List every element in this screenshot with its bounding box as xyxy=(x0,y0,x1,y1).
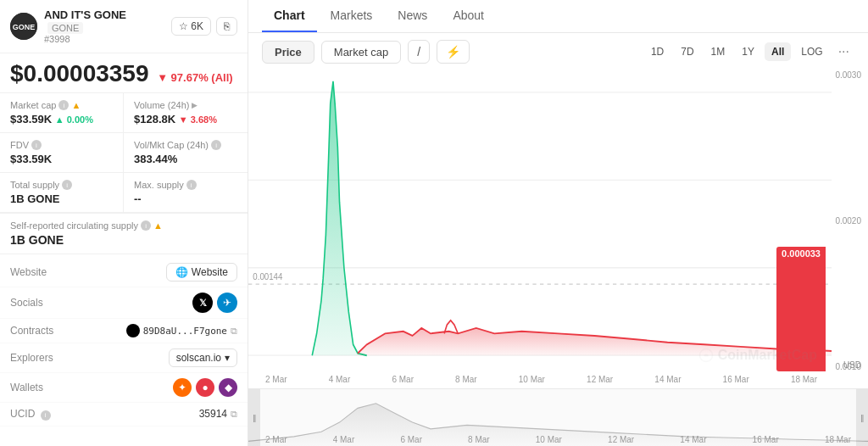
total-supply-value: 1B GONE xyxy=(10,192,113,205)
svg-marker-8 xyxy=(312,81,367,355)
copy-contract-icon[interactable]: ⧉ xyxy=(231,326,237,337)
market-cap-cell: Market cap i ▲ $33.59K ▲ 0.00% xyxy=(0,93,124,133)
ucid-info-icon[interactable]: i xyxy=(41,410,51,421)
price-button[interactable]: Price xyxy=(262,41,314,64)
max-supply-info-icon[interactable]: i xyxy=(186,180,197,190)
socials-row: Socials 𝕏 ✈ xyxy=(0,287,248,319)
chart-area: 0.0030 0.0020 0.0010 xyxy=(248,70,868,388)
mini-x-labels: 2 Mar 4 Mar 6 Mar 8 Mar 10 Mar 12 Mar 14… xyxy=(265,435,851,444)
copy-ucid-icon[interactable]: ⧉ xyxy=(231,409,237,420)
star-count: 6K xyxy=(191,20,203,32)
price-value: $0.00003359 xyxy=(10,60,149,86)
candle-chart-icon-btn[interactable]: ⚡ xyxy=(437,40,470,64)
time-btn-all[interactable]: All xyxy=(765,42,791,61)
volume-label: Volume (24h) ▶ xyxy=(134,100,237,110)
circulating-warning-icon: ▲ xyxy=(153,220,163,231)
star-button[interactable]: ☆ 6K xyxy=(171,17,211,36)
svg-text:0.00144: 0.00144 xyxy=(253,270,282,282)
website-row: Website 🌐 Website xyxy=(0,258,248,287)
coin-actions: ☆ 6K ⎘ xyxy=(171,17,237,36)
contracts-row: Contracts 89D8aU...F7gone ⧉ xyxy=(0,319,248,343)
contract-dot-icon xyxy=(126,324,140,337)
vol-mkt-label: Vol/Mkt Cap (24h) i xyxy=(134,140,237,150)
volume-value: $128.8K ▼ 3.68% xyxy=(134,113,237,125)
y-label-top: 0.0030 xyxy=(835,70,861,80)
socials-label: Socials xyxy=(10,297,43,309)
fdv-cell: FDV i $33.59K xyxy=(0,133,124,173)
mini-x-7: 14 Mar xyxy=(680,435,706,444)
circulating-info-icon[interactable]: i xyxy=(141,220,151,231)
x-label-8: 16 Mar xyxy=(723,375,749,384)
chevron-down-icon: ▾ xyxy=(225,352,230,364)
contract-value: 89D8aU...F7gone ⧉ xyxy=(126,324,237,337)
svg-text:GONE: GONE xyxy=(13,23,36,31)
total-supply-info-icon[interactable]: i xyxy=(62,180,72,190)
coin-badge: GONE xyxy=(47,22,83,34)
log-button[interactable]: LOG xyxy=(794,42,829,61)
volume-arrow-icon: ▶ xyxy=(192,101,198,109)
y-axis-labels: 0.0030 0.0020 0.0010 xyxy=(835,70,861,371)
wallet-icon-3[interactable]: ◆ xyxy=(219,378,237,397)
market-cap-change: ▲ 0.00% xyxy=(55,114,93,125)
share-icon: ⎘ xyxy=(224,20,230,32)
fdv-info-icon[interactable]: i xyxy=(31,140,42,150)
mini-x-4: 8 Mar xyxy=(468,435,490,444)
explorer-select[interactable]: solscan.io ▾ xyxy=(169,348,237,367)
x-label-3: 6 Mar xyxy=(392,375,414,384)
time-btn-7d[interactable]: 7D xyxy=(674,42,700,61)
website-button[interactable]: 🌐 Website xyxy=(166,263,237,282)
price-change: ▼ 97.67% (All) xyxy=(157,71,232,84)
coin-name-block: AND IT'S GONE GONE #3998 xyxy=(44,8,164,44)
wallets-value: ✦ ● ◆ xyxy=(173,378,237,397)
mini-x-6: 12 Mar xyxy=(608,435,634,444)
market-cap-label: Market cap i ▲ xyxy=(10,100,113,110)
tab-markets[interactable]: Markets xyxy=(319,0,385,32)
max-supply-value: -- xyxy=(134,192,237,205)
scroll-handle-left[interactable]: ‖ xyxy=(248,389,260,446)
contract-address: 89D8aU...F7gone xyxy=(143,326,227,337)
x-label-4: 8 Mar xyxy=(455,375,477,384)
ucid-row: UCID i 35914 ⧉ xyxy=(0,403,248,426)
fdv-value: $33.59K xyxy=(10,153,113,165)
socials-value: 𝕏 ✈ xyxy=(192,293,237,313)
mini-x-2: 4 Mar xyxy=(333,435,355,444)
ucid-value: 35914 ⧉ xyxy=(199,408,237,420)
vol-mkt-info-icon[interactable]: i xyxy=(211,140,221,150)
telegram-icon[interactable]: ✈ xyxy=(217,293,237,313)
wallet-icon-2[interactable]: ● xyxy=(196,378,214,397)
market-cap-info-icon[interactable]: i xyxy=(58,100,69,110)
tab-chart[interactable]: Chart xyxy=(262,0,317,32)
x-axis-labels: 2 Mar 4 Mar 6 Mar 8 Mar 10 Mar 12 Mar 14… xyxy=(265,375,817,384)
x-label-7: 14 Mar xyxy=(654,375,681,384)
volume-change: ▼ 3.68% xyxy=(179,114,217,125)
market-cap-value: $33.59K ▲ 0.00% xyxy=(10,113,113,125)
time-btn-1d[interactable]: 1D xyxy=(644,42,670,61)
circulating-value: 1B GONE xyxy=(10,233,237,247)
left-panel: GONE AND IT'S GONE GONE #3998 ☆ 6K ⎘ $0.… xyxy=(0,0,248,446)
tab-about[interactable]: About xyxy=(441,0,496,32)
total-supply-label: Total supply i xyxy=(10,180,113,190)
wallet-icon-1[interactable]: ✦ xyxy=(173,378,192,397)
ucid-label: UCID i xyxy=(10,408,51,421)
time-btn-1m[interactable]: 1M xyxy=(704,42,732,61)
tab-news[interactable]: News xyxy=(386,0,439,32)
price-section: $0.00003359 ▼ 97.67% (All) xyxy=(0,53,248,93)
market-cap-warning-icon: ▲ xyxy=(71,100,81,110)
market-cap-button[interactable]: Market cap xyxy=(321,41,401,64)
usd-label: USD xyxy=(843,360,861,370)
time-btn-1y[interactable]: 1Y xyxy=(735,42,761,61)
line-chart-icon-btn[interactable]: / xyxy=(408,40,430,64)
more-options-icon[interactable]: ··· xyxy=(833,42,854,61)
vol-mkt-value: 383.44% xyxy=(134,153,237,165)
coin-header: GONE AND IT'S GONE GONE #3998 ☆ 6K ⎘ xyxy=(0,0,248,53)
explorers-row: Explorers solscan.io ▾ xyxy=(0,343,248,373)
scroll-handle-right[interactable]: ‖ xyxy=(856,389,868,446)
explorer-value: solscan.io ▾ xyxy=(169,348,237,367)
tabs-bar: Chart Markets News About xyxy=(248,0,868,33)
twitter-icon[interactable]: 𝕏 xyxy=(192,293,213,313)
circulating-label: Self-reported circulating supply i ▲ xyxy=(10,220,237,231)
website-label: Website xyxy=(10,266,47,278)
share-button[interactable]: ⎘ xyxy=(216,17,237,36)
chart-right-controls: 1D 7D 1M 1Y All LOG ··· xyxy=(644,42,854,61)
vol-mkt-cell: Vol/Mkt Cap (24h) i 383.44% xyxy=(124,133,248,173)
